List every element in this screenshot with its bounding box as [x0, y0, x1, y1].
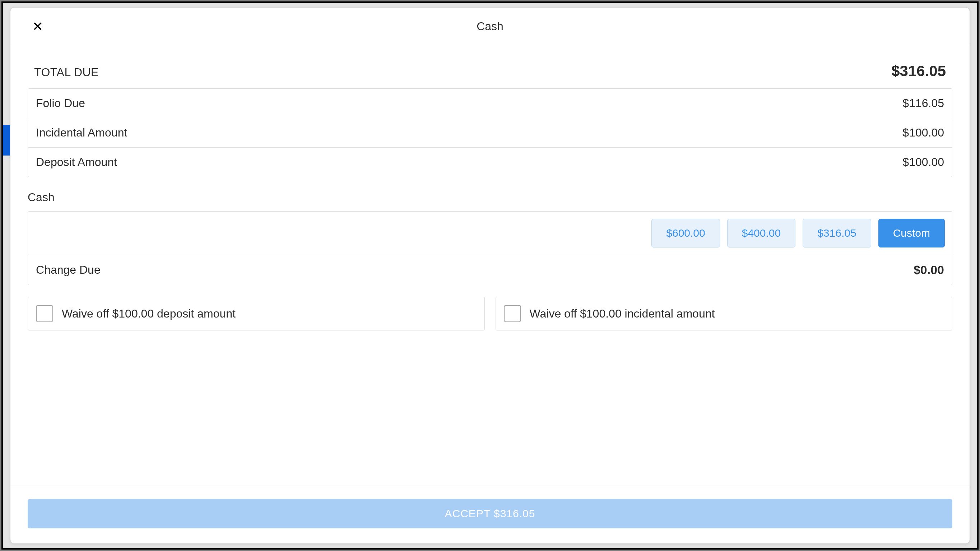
cash-box: $600.00 $400.00 $316.05 Custom Change Du… [28, 211, 952, 285]
breakdown-label: Deposit Amount [36, 156, 117, 169]
quick-amount-custom[interactable]: Custom [878, 219, 945, 247]
breakdown-row-deposit: Deposit Amount $100.00 [28, 148, 952, 177]
change-due-label: Change Due [36, 263, 100, 277]
total-due-row: TOTAL DUE $316.05 [28, 56, 952, 88]
modal-footer: ACCEPT $316.05 [10, 486, 970, 543]
cash-payment-modal: Cash TOTAL DUE $316.05 Folio Due $116.05… [10, 7, 970, 544]
cash-section-label: Cash [28, 191, 952, 204]
waive-deposit-card: Waive off $100.00 deposit amount [28, 297, 485, 330]
total-due-label: TOTAL DUE [34, 66, 99, 79]
breakdown-value: $100.00 [902, 126, 944, 139]
total-due-amount: $316.05 [891, 62, 946, 80]
quick-amount-600[interactable]: $600.00 [651, 219, 720, 247]
quick-amount-316[interactable]: $316.05 [803, 219, 871, 247]
quick-amount-400[interactable]: $400.00 [727, 219, 795, 247]
modal-title: Cash [477, 20, 503, 33]
breakdown-list: Folio Due $116.05 Incidental Amount $100… [28, 88, 952, 177]
breakdown-row-incidental: Incidental Amount $100.00 [28, 118, 952, 148]
breakdown-label: Folio Due [36, 97, 85, 110]
change-due-row: Change Due $0.00 [28, 255, 952, 285]
waive-incidental-checkbox[interactable] [504, 305, 521, 322]
waive-row: Waive off $100.00 deposit amount Waive o… [28, 297, 952, 330]
change-due-amount: $0.00 [913, 263, 944, 277]
waive-deposit-label: Waive off $100.00 deposit amount [62, 307, 235, 320]
waive-incidental-label: Waive off $100.00 incidental amount [530, 307, 715, 320]
quick-amounts-row: $600.00 $400.00 $316.05 Custom [28, 212, 952, 255]
breakdown-value: $100.00 [902, 156, 944, 169]
close-icon[interactable] [32, 21, 43, 32]
breakdown-row-folio: Folio Due $116.05 [28, 89, 952, 118]
modal-header: Cash [10, 8, 970, 45]
breakdown-value: $116.05 [902, 97, 944, 110]
waive-incidental-card: Waive off $100.00 incidental amount [496, 297, 953, 330]
breakdown-label: Incidental Amount [36, 126, 127, 139]
modal-body: TOTAL DUE $316.05 Folio Due $116.05 Inci… [10, 45, 970, 486]
accept-button[interactable]: ACCEPT $316.05 [28, 499, 952, 529]
waive-deposit-checkbox[interactable] [36, 305, 53, 322]
